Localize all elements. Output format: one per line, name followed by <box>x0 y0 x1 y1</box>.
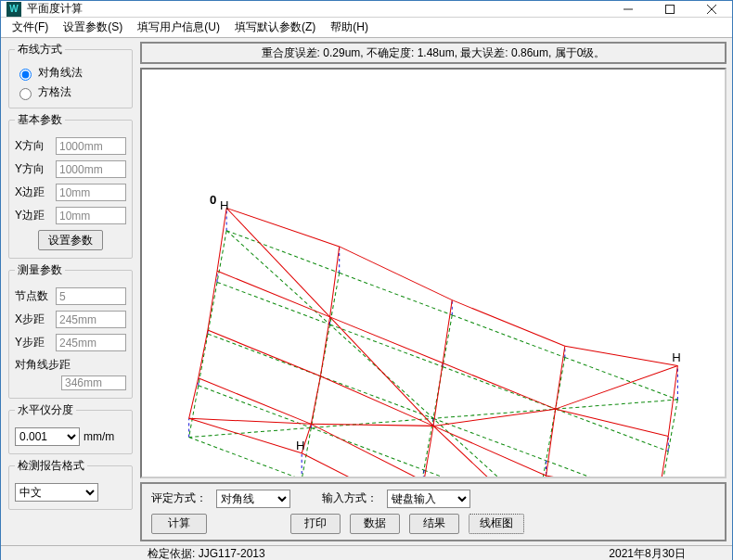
eval-select[interactable]: 对角线 <box>216 490 290 508</box>
svg-line-108 <box>659 437 668 477</box>
svg-line-28 <box>424 470 537 477</box>
result-banner: 重合度误差: 0.29um, 不确定度: 1.48um, 最大误差: 0.86u… <box>140 42 727 64</box>
wireframe-plot: 0HHHHLL <box>142 70 725 477</box>
svg-line-91 <box>443 363 556 410</box>
wireframe-button[interactable]: 线框图 <box>469 514 524 534</box>
controls-panel: 评定方式： 对角线 输入方式： 键盘输入 计算 打印 数据 结果 线框图 <box>140 482 727 541</box>
result-button[interactable]: 结果 <box>409 514 459 534</box>
svg-line-12 <box>189 438 302 477</box>
maximize-icon <box>665 5 675 14</box>
minimize-icon <box>624 5 633 14</box>
svg-line-19 <box>311 427 424 470</box>
level-select[interactable]: 0.001 <box>15 427 80 446</box>
data-button[interactable]: 数据 <box>350 514 400 534</box>
menu-help[interactable]: 帮助(H) <box>325 18 374 37</box>
svg-rect-1 <box>665 5 674 13</box>
level-legend: 水平仪分度 <box>15 402 76 418</box>
level-group: 水平仪分度 0.001 mm/m <box>8 402 133 454</box>
svg-line-80 <box>340 247 453 300</box>
xstep-input[interactable] <box>56 311 126 328</box>
radio-grid[interactable] <box>19 88 32 100</box>
set-params-button[interactable]: 设置参数 <box>38 230 103 250</box>
diagstep-input[interactable] <box>61 375 126 390</box>
svg-line-23 <box>443 315 452 367</box>
svg-text:0: 0 <box>210 193 216 207</box>
menu-settings[interactable]: 设置参数(S) <box>58 18 128 37</box>
layout-method-group: 布线方式 对角线法 方格法 <box>8 42 133 108</box>
report-group: 检测报告格式 中文 <box>8 458 133 510</box>
svg-text:H: H <box>296 439 305 452</box>
ydir-input[interactable] <box>56 160 126 178</box>
ydir-label: Y方向 <box>15 161 52 177</box>
window-title: 平面度计算 <box>27 1 83 17</box>
ystep-input[interactable] <box>56 334 126 351</box>
print-button[interactable]: 打印 <box>290 514 341 534</box>
svg-line-116 <box>311 424 433 426</box>
svg-line-85 <box>311 376 320 425</box>
svg-line-4 <box>226 231 340 274</box>
maximize-button[interactable] <box>649 1 690 17</box>
svg-line-94 <box>424 426 433 476</box>
yedge-label: Y边距 <box>15 208 52 223</box>
menubar: 文件(F) 设置参数(S) 填写用户信息(U) 填写默认参数(Z) 帮助(H) <box>1 18 732 38</box>
report-select[interactable]: 中文 <box>15 483 98 502</box>
menu-defaults[interactable]: 填写默认参数(Z) <box>229 18 321 37</box>
svg-line-26 <box>433 418 547 461</box>
close-button[interactable] <box>690 1 732 17</box>
input-select[interactable]: 键盘输入 <box>387 490 470 508</box>
svg-line-89 <box>452 300 565 347</box>
svg-line-90 <box>443 300 452 363</box>
ystep-label: Y步距 <box>15 335 52 350</box>
svg-line-75 <box>208 330 321 376</box>
svg-line-100 <box>556 409 669 436</box>
eval-label: 评定方式： <box>151 490 207 506</box>
svg-line-17 <box>320 376 433 419</box>
svg-line-101 <box>547 409 556 476</box>
svg-line-6 <box>217 282 330 325</box>
xdir-label: X方向 <box>15 138 52 154</box>
svg-line-44 <box>226 231 640 477</box>
diagstep-label: 对角线步距 <box>15 357 71 373</box>
xstep-label: X步距 <box>15 312 52 327</box>
svg-line-73 <box>217 271 330 317</box>
svg-line-82 <box>330 317 444 363</box>
svg-line-79 <box>189 418 302 452</box>
status-date: 2021年8月30日 <box>599 546 695 560</box>
svg-line-33 <box>556 409 669 452</box>
measure-params-group: 测量参数 节点数 X步距 Y步距 对角线步距 <box>8 262 133 399</box>
svg-line-15 <box>330 325 444 367</box>
svg-line-9 <box>199 334 208 386</box>
svg-line-71 <box>226 208 340 247</box>
svg-line-76 <box>199 330 208 378</box>
minimize-button[interactable] <box>607 1 649 17</box>
svg-line-7 <box>208 282 217 334</box>
svg-line-88 <box>302 453 415 477</box>
statusbar: 检定依据: JJG117-2013 2021年8月30日 <box>1 545 732 560</box>
side-panel: 布线方式 对角线法 方格法 基本参数 X方向 Y方向 X边距 Y边距 <box>1 38 138 545</box>
level-unit: mm/m <box>84 430 114 443</box>
status-basis: 检定依据: JJG117-2013 <box>138 546 275 560</box>
menu-userinfo[interactable]: 填写用户信息(U) <box>132 18 225 37</box>
xedge-label: X边距 <box>15 185 52 200</box>
app-icon: W <box>6 2 21 17</box>
nodes-input[interactable] <box>56 287 126 305</box>
radio-diagonal-label: 对角线法 <box>38 65 83 81</box>
svg-line-93 <box>433 426 547 476</box>
svg-line-29 <box>415 470 424 477</box>
svg-line-113 <box>330 317 433 426</box>
report-legend: 检测报告格式 <box>15 458 87 474</box>
svg-line-83 <box>320 317 329 376</box>
calc-button[interactable]: 计算 <box>151 514 207 534</box>
yedge-input[interactable] <box>56 207 126 224</box>
radio-grid-label: 方格法 <box>38 84 71 100</box>
radio-diagonal[interactable] <box>19 69 32 81</box>
svg-line-92 <box>433 363 443 426</box>
close-icon <box>707 5 716 14</box>
xedge-input[interactable] <box>56 184 126 201</box>
svg-line-86 <box>311 424 424 476</box>
menu-file[interactable]: 文件(F) <box>6 18 54 37</box>
xdir-input[interactable] <box>56 137 126 155</box>
svg-line-74 <box>208 271 217 330</box>
basic-params-legend: 基本参数 <box>15 112 65 128</box>
svg-line-35 <box>547 461 660 477</box>
